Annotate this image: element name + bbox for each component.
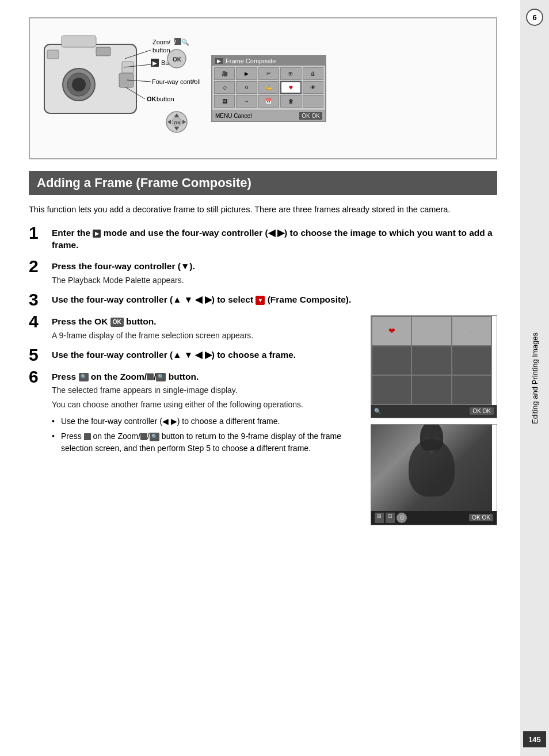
step-6-desc2: You can choose another frame using eithe… — [52, 399, 359, 411]
step-3-number: 3 — [29, 291, 45, 308]
svg-text:→: → — [185, 73, 198, 87]
step-6: 6 Press 🔍 on the Zoom//🔍 button. The sel… — [29, 371, 359, 458]
wolf-frame-icons: ⊞ ⊡ ⊙ — [375, 513, 407, 523]
svg-text:OK: OK — [147, 96, 157, 102]
step-6-number: 6 — [29, 368, 45, 385]
step-6-bullets: Use the four-way controller (◀ ▶) to cho… — [52, 415, 359, 455]
step-4-title: Press the OK OK button. — [52, 315, 359, 328]
camera-ui-bottom: MENU Cancel OK OK — [212, 110, 325, 121]
step-4-desc: A 9-frame display of the frame selection… — [52, 330, 359, 342]
diagram-box: Zoom/ / 🔍 button ▶ Button Four-way contr… — [29, 17, 497, 159]
main-content: Zoom/ / 🔍 button ▶ Button Four-way contr… — [0, 0, 520, 756]
frame-cell-heart: ❤ — [372, 317, 411, 345]
step-3: 3 Use the four-way controller (▲ ▼ ◀ ▶) … — [29, 293, 497, 308]
frame-selection-image: ❤ ... ... 🔍 — [371, 315, 497, 418]
ok-label-grid: OK OK — [470, 407, 494, 415]
camera-ui-display: ▶ Frame Composite 🎥 ▶ ✂ ⊞ 🖨 — [211, 55, 326, 122]
zoom-q-icon-2: 🔍 — [156, 373, 166, 381]
icon-zoom: ⊞ — [375, 513, 384, 523]
camera-diagram: Zoom/ / 🔍 button ▶ Button Four-way contr… — [39, 27, 200, 150]
ok-text-s4: OK — [94, 316, 108, 326]
step-1: 1 Enter the ▶ mode and use the four-way … — [29, 227, 497, 253]
step-5-content: Use the four-way controller (▲ ▼ ◀ ▶) to… — [52, 349, 359, 363]
svg-rect-5 — [47, 50, 59, 59]
sidebar-label: Editing and Printing Images — [531, 32, 539, 726]
page-number: 145 — [523, 731, 546, 747]
step-2-desc: The Playback Mode Palette appears. — [52, 274, 497, 287]
zoom-wide-icon — [84, 433, 91, 440]
wolf-head — [420, 425, 443, 450]
bullet-2: Press on the Zoom//🔍 button to return to… — [52, 430, 359, 455]
step-2-number: 2 — [29, 258, 45, 275]
svg-text:🔍: 🔍 — [181, 38, 189, 46]
icon-ok-circle: ⊙ — [396, 513, 407, 523]
frame-cell-9 — [452, 376, 491, 404]
step-4-number: 4 — [29, 313, 45, 330]
svg-text:button: button — [152, 47, 170, 54]
step-1-number: 1 — [29, 224, 45, 242]
wolf-frame-image: ♥ ⊞ ⊡ — [371, 424, 497, 525]
heart-frame-icon: ♥ — [256, 296, 265, 305]
wolf-image: ♥ — [371, 425, 492, 511]
step-6-desc1: The selected frame appears in single-ima… — [52, 384, 359, 396]
step-4: 4 Press the OK OK button. A 9-frame disp… — [29, 315, 359, 342]
step-4-content: Press the OK OK button. A 9-frame displa… — [52, 315, 359, 342]
step-6-title: Press 🔍 on the Zoom//🔍 button. — [52, 371, 359, 383]
ok-label-wolf: OK OK — [469, 514, 493, 521]
wolf-body — [409, 439, 455, 497]
frame-cell-3: ... — [452, 317, 491, 345]
steps-left: 4 Press the OK OK button. A 9-frame disp… — [29, 315, 359, 525]
steps-container: 1 Enter the ▶ mode and use the four-way … — [29, 227, 497, 525]
step-3-content: Use the four-way controller (▲ ▼ ◀ ▶) to… — [52, 293, 497, 308]
bullet-1: Use the four-way controller (◀ ▶) to cho… — [52, 415, 359, 427]
playback-icon-s1: ▶ — [93, 230, 101, 238]
svg-point-3 — [72, 78, 86, 91]
step-2-title: Press the four-way controller (▼). — [52, 260, 497, 273]
camera-ui-title: ▶ Frame Composite — [212, 56, 325, 66]
icon-grid: ⊡ — [386, 513, 395, 523]
svg-text:Zoom/: Zoom/ — [152, 39, 171, 45]
zoom-icon-s6 — [147, 373, 154, 380]
steps-right: ❤ ... ... 🔍 — [371, 315, 497, 525]
svg-rect-6 — [96, 47, 110, 56]
frame-cell-6 — [452, 346, 491, 375]
svg-text:▶: ▶ — [152, 60, 157, 66]
wolf-frame-bar: ⊞ ⊡ ⊙ OK OK — [371, 511, 497, 525]
step-6-content: Press 🔍 on the Zoom//🔍 button. The selec… — [52, 371, 359, 458]
frame-cell-7 — [372, 376, 411, 404]
step-1-title: Enter the ▶ mode and use the four-way co… — [52, 227, 497, 251]
step-5-number: 5 — [29, 346, 45, 364]
steps-with-images: 4 Press the OK OK button. A 9-frame disp… — [29, 315, 497, 525]
step-1-content: Enter the ▶ mode and use the four-way co… — [52, 227, 497, 253]
zoom-out-icon: 🔍 — [374, 408, 381, 414]
zoom-icon-b2 — [140, 433, 147, 440]
frame-cell-4 — [372, 346, 411, 375]
step-5: 5 Use the four-way controller (▲ ▼ ◀ ▶) … — [29, 349, 359, 364]
frame-cell-5 — [412, 346, 451, 375]
step-3-title: Use the four-way controller (▲ ▼ ◀ ▶) to… — [52, 293, 497, 306]
frame-cell-8 — [412, 376, 451, 404]
zoom-q-b2: 🔍 — [150, 433, 159, 442]
step-5-title: Use the four-way controller (▲ ▼ ◀ ▶) to… — [52, 349, 359, 361]
svg-text:OK: OK — [174, 120, 181, 125]
svg-rect-4 — [62, 36, 96, 47]
right-sidebar: 6 Editing and Printing Images 145 — [520, 0, 549, 756]
svg-text:button: button — [157, 96, 174, 102]
zoom-q-icon: 🔍 — [79, 373, 89, 381]
step-2-content: Press the four-way controller (▼). The P… — [52, 260, 497, 287]
frame-grid-bar: 🔍 OK OK — [371, 405, 497, 418]
ok-button-s4: OK — [110, 318, 124, 327]
frame-cell-2: ... — [412, 317, 451, 345]
intro-text: This function lets you add a decorative … — [29, 204, 497, 216]
section-heading: Adding a Frame (Frame Composite) — [29, 171, 497, 195]
svg-text:OK: OK — [173, 56, 182, 63]
wolf-silhouette — [371, 425, 492, 511]
chapter-circle: 6 — [526, 9, 543, 26]
step-2: 2 Press the four-way controller (▼). The… — [29, 260, 497, 287]
